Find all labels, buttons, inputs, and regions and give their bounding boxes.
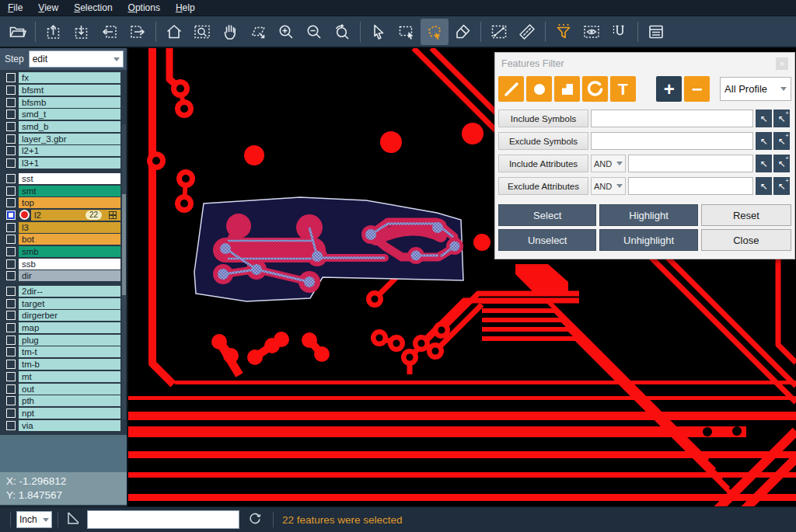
reset-button[interactable]: Reset [701, 204, 791, 226]
pick-add-attribute-button[interactable]: ↖+ [773, 155, 790, 172]
add-filter-button[interactable]: + [656, 76, 682, 102]
layer-row-layer_3.gbr[interactable]: layer_3.gbr [2, 133, 120, 144]
include-attributes-button[interactable]: Include Attributes [498, 155, 588, 172]
pick-add-symbol-button[interactable]: ↖+ [773, 110, 790, 127]
layer-visibility-checkbox[interactable] [6, 110, 16, 119]
layer-row-via[interactable]: via [2, 419, 120, 431]
layer-name[interactable]: dir [19, 270, 120, 281]
rectangle-select-icon[interactable] [393, 19, 421, 45]
layer-row-mt[interactable]: mt [2, 371, 120, 383]
layer-name[interactable]: tm-t [19, 346, 120, 357]
layer-name[interactable]: fx [19, 72, 120, 83]
layer-name[interactable]: plug [19, 335, 120, 346]
shift-right-icon[interactable] [124, 19, 152, 45]
layer-name[interactable]: via [19, 420, 120, 431]
layer-visibility-checkbox[interactable] [6, 421, 16, 430]
zoom-in-icon[interactable] [272, 19, 300, 45]
home-icon[interactable] [160, 19, 188, 45]
unit-select[interactable]: Inch [16, 511, 52, 528]
layer-row-l3+1[interactable]: l3+1 [2, 158, 120, 169]
layer-row-fx[interactable]: fx [2, 72, 120, 84]
layer-visibility-checkbox[interactable] [6, 271, 16, 280]
close-button[interactable]: Close [701, 229, 791, 251]
polygon-zoom-icon[interactable] [244, 19, 272, 45]
layer-row-l2+1[interactable]: l2+1 [2, 145, 120, 157]
features-filter-icon[interactable] [550, 19, 578, 45]
layer-grid-icon[interactable] [109, 211, 117, 219]
pan-hand-icon[interactable] [216, 19, 244, 45]
highlight-button[interactable]: Highlight [599, 204, 697, 226]
layer-visibility-checkbox[interactable] [6, 235, 16, 244]
layer-visibility-checkbox[interactable] [6, 247, 16, 256]
layer-name[interactable]: map [19, 322, 120, 333]
layer-row-map[interactable]: map [2, 322, 120, 334]
layer-row-bot[interactable]: bot [2, 234, 120, 245]
layer-row-sst[interactable]: sst [2, 173, 120, 185]
layer-name[interactable]: dirgerber [19, 310, 120, 321]
include-symbols-input[interactable] [591, 110, 753, 127]
layer-visibility-checkbox[interactable] [6, 336, 16, 345]
layer-visibility-checkbox[interactable] [6, 174, 16, 183]
layer-name[interactable]: target [19, 298, 120, 309]
text-tool-button[interactable]: T [610, 76, 636, 102]
layer-name[interactable]: l222 [31, 210, 120, 221]
layer-visibility-checkbox[interactable] [6, 396, 16, 405]
surface-tool-button[interactable] [554, 76, 580, 102]
pointer-select-icon[interactable] [365, 19, 393, 45]
layer-name[interactable]: bfsmt [19, 85, 120, 96]
layer-row-ssb[interactable]: ssb [2, 258, 120, 269]
layer-visibility-checkbox[interactable] [6, 323, 16, 332]
layer-name[interactable]: top [19, 197, 120, 208]
layer-row-out[interactable]: out [2, 383, 120, 395]
layer-row-pth[interactable]: pth [2, 395, 120, 407]
snap-magnet-icon[interactable] [606, 19, 634, 45]
layer-row-target[interactable]: target [2, 297, 120, 309]
layer-row-l2[interactable]: l222 [2, 210, 120, 221]
layer-name[interactable]: out [19, 384, 120, 395]
step-select[interactable]: edit [29, 50, 124, 68]
pick-attribute-button[interactable]: ↖ [756, 155, 772, 172]
view-options-icon[interactable] [578, 19, 606, 45]
layer-row-tm-b[interactable]: tm-b [2, 359, 120, 370]
panel-list-icon[interactable] [642, 19, 670, 45]
layer-name[interactable]: ssb [19, 259, 120, 269]
layer-visibility-checkbox[interactable] [6, 409, 16, 418]
pick-add-symbol-button[interactable]: ↖+ [773, 132, 790, 150]
exclude-attributes-input[interactable] [628, 177, 753, 195]
layer-visibility-checkbox[interactable] [6, 122, 16, 131]
include-attributes-input[interactable] [628, 155, 753, 172]
layer-row-smd_b[interactable]: smd_b [2, 121, 120, 133]
layer-visibility-checkbox[interactable] [6, 146, 16, 155]
layer-name[interactable]: smb [19, 246, 120, 257]
close-icon[interactable]: × [776, 57, 788, 70]
layer-visibility-checkbox[interactable] [6, 198, 16, 207]
remove-filter-button[interactable]: − [684, 76, 710, 102]
layer-row-bfsmb[interactable]: bfsmb [2, 96, 120, 108]
layer-name[interactable]: tm-b [19, 359, 120, 370]
layer-visibility-checkbox[interactable] [6, 259, 16, 269]
refresh-icon[interactable] [247, 510, 263, 529]
layer-name[interactable]: smd_b [19, 121, 120, 132]
layer-visibility-checkbox[interactable] [6, 210, 16, 220]
pick-attribute-button[interactable]: ↖ [756, 177, 772, 195]
pcb-canvas[interactable]: Features Filter × [128, 48, 796, 506]
menu-view[interactable]: View [30, 1, 66, 15]
layer-name[interactable]: l3+1 [19, 158, 120, 169]
open-folder-icon[interactable] [3, 19, 31, 45]
layer-row-top[interactable]: top [2, 197, 120, 209]
exclude-symbols-button[interactable]: Exclude Symbols [498, 132, 588, 150]
profile-select[interactable]: All Profile [720, 77, 791, 101]
ruler-icon[interactable] [513, 19, 541, 45]
sidebar-scrollbar[interactable] [122, 124, 126, 419]
layer-row-plug[interactable]: plug [2, 334, 120, 346]
layer-name[interactable]: 2dir-- [19, 286, 120, 297]
layer-visibility-checkbox[interactable] [6, 360, 16, 369]
menu-selection[interactable]: Selection [66, 1, 120, 15]
exclude-attributes-button[interactable]: Exclude Attributes [498, 177, 588, 195]
layer-visibility-checkbox[interactable] [6, 186, 16, 196]
layer-visibility-checkbox[interactable] [6, 347, 16, 356]
layer-visibility-checkbox[interactable] [6, 73, 16, 82]
zoom-area-icon[interactable] [188, 19, 216, 45]
layer-row-2dir--[interactable]: 2dir-- [2, 286, 120, 297]
layer-visibility-checkbox[interactable] [6, 158, 16, 168]
